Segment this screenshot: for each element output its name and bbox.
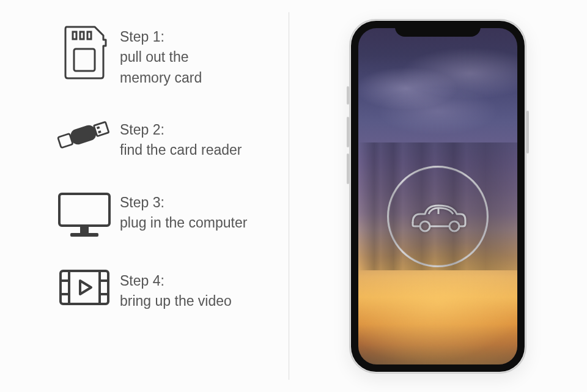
phone-column bbox=[289, 0, 587, 392]
svg-rect-1 bbox=[80, 32, 84, 39]
step-desc-line1: plug in the computer bbox=[120, 213, 247, 233]
step-desc-line2: memory card bbox=[120, 68, 202, 88]
step-1: Step 1: pull out the memory card bbox=[54, 24, 289, 88]
page: Step 1: pull out the memory card bbox=[0, 0, 587, 392]
svg-point-20 bbox=[420, 221, 430, 231]
step-1-text: Step 1: pull out the memory card bbox=[115, 24, 202, 88]
memory-card-icon bbox=[54, 24, 115, 81]
computer-monitor-icon bbox=[54, 190, 115, 239]
step-title: Step 2: bbox=[120, 120, 242, 140]
phone-screen-cityscape bbox=[358, 28, 517, 364]
svg-rect-10 bbox=[80, 226, 89, 233]
step-4-text: Step 4: bring up the video bbox=[115, 268, 232, 312]
city-light-trails bbox=[358, 181, 517, 364]
phone-side-button bbox=[347, 117, 349, 147]
smartphone-mockup bbox=[349, 19, 526, 374]
svg-rect-11 bbox=[70, 233, 98, 237]
step-3-text: Step 3: plug in the computer bbox=[115, 190, 247, 234]
steps-column: Step 1: pull out the memory card bbox=[0, 0, 289, 392]
video-film-icon bbox=[54, 268, 115, 306]
svg-rect-7 bbox=[97, 126, 100, 129]
phone-bezel bbox=[351, 21, 525, 372]
phone-side-button bbox=[347, 86, 349, 105]
step-desc-line1: pull out the bbox=[120, 47, 202, 67]
step-2: Step 2: find the card reader bbox=[54, 117, 289, 161]
step-2-text: Step 2: find the card reader bbox=[115, 117, 242, 161]
step-title: Step 4: bbox=[120, 271, 232, 291]
svg-rect-3 bbox=[74, 49, 95, 71]
step-desc-line1: bring up the video bbox=[120, 291, 232, 311]
svg-rect-9 bbox=[59, 194, 109, 226]
phone-side-button bbox=[526, 111, 529, 153]
svg-rect-2 bbox=[87, 32, 91, 39]
step-title: Step 1: bbox=[120, 27, 202, 47]
step-desc-line1: find the card reader bbox=[120, 140, 242, 160]
card-reader-icon bbox=[54, 117, 115, 152]
phone-side-button bbox=[347, 153, 349, 184]
svg-rect-6 bbox=[94, 122, 109, 136]
svg-point-21 bbox=[449, 221, 459, 231]
step-3: Step 3: plug in the computer bbox=[54, 190, 289, 239]
step-4: Step 4: bring up the video bbox=[54, 268, 289, 312]
svg-rect-12 bbox=[61, 271, 108, 304]
phone-notch bbox=[395, 21, 481, 37]
step-title: Step 3: bbox=[120, 193, 247, 213]
sky-clouds bbox=[358, 28, 517, 180]
vertical-divider bbox=[289, 12, 289, 380]
car-in-circle-icon bbox=[387, 166, 489, 267]
svg-rect-8 bbox=[98, 130, 101, 133]
svg-rect-0 bbox=[73, 32, 76, 39]
